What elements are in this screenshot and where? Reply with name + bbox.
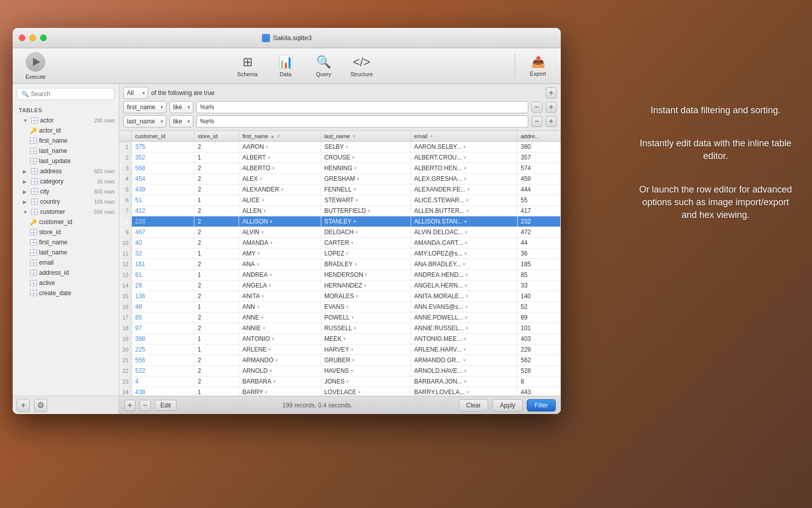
cell-email[interactable]: ALEX.GRESHA...▼ (411, 174, 518, 184)
execute-button[interactable]: Execute (18, 51, 53, 81)
apply-button[interactable]: Apply (492, 399, 523, 411)
table-row[interactable]: 10 40 2 AMANDA▼ CARTER▼ AMANDA.CART...▼ … (119, 238, 561, 248)
cell-store-id[interactable]: 1 (194, 302, 239, 312)
close-button[interactable] (19, 35, 25, 41)
cell-last-name[interactable]: GRESHAM▼ (321, 174, 411, 184)
cell-addr[interactable]: 85 (518, 270, 561, 280)
cell-first-name[interactable]: ANITA▼ (239, 291, 321, 302)
cell-addr[interactable]: 357 (518, 152, 561, 163)
cell-customer-id[interactable]: 439 (132, 184, 194, 195)
cell-last-name[interactable]: MORALES▼ (321, 291, 411, 302)
cell-customer-id[interactable]: 4 (132, 376, 194, 387)
cell-email[interactable]: ALBERTO.HEN...▼ (411, 163, 518, 174)
minimize-button[interactable] (29, 35, 36, 41)
cell-addr[interactable]: 89 (518, 312, 561, 323)
cell-email[interactable]: AARON.SELBY...▼ (411, 142, 518, 152)
cell-email[interactable]: ALICE.STEWAR...▼ (411, 195, 518, 206)
cell-email[interactable]: BARRY.LOVELA...▼ (411, 387, 518, 396)
export-button[interactable]: 📤 Export (520, 51, 556, 81)
sidebar-item-actor[interactable]: ▼ actor 200 rows (13, 115, 119, 125)
sidebar-col-create-date[interactable]: create_date (13, 288, 119, 298)
clear-button[interactable]: Clear (459, 399, 489, 411)
cell-first-name[interactable]: ANDREA▼ (239, 270, 321, 280)
cell-addr[interactable]: 33 (518, 280, 561, 291)
cell-first-name[interactable]: AMY▼ (239, 248, 321, 259)
cell-last-name[interactable]: HENDERSON▼ (321, 270, 411, 280)
cell-customer-id[interactable]: 438 (132, 387, 194, 396)
cell-email[interactable]: AMANDA.CART...▼ (411, 238, 518, 248)
cell-addr[interactable]: 528 (518, 366, 561, 376)
cell-email[interactable]: ANNE.POWELL...▼ (411, 312, 518, 323)
table-row[interactable]: 8 228 2 ALLISON▼ STANLEY▼ ALLISON.STAN..… (119, 216, 561, 227)
cell-customer-id[interactable]: 48 (132, 302, 194, 312)
th-first-name[interactable]: first_name ▲ ▼ (239, 131, 321, 142)
sidebar-col-store-id[interactable]: store_id (13, 227, 119, 237)
sidebar-col-active[interactable]: active (13, 278, 119, 288)
cell-first-name[interactable]: ALEXANDER▼ (239, 184, 321, 195)
filter-arrow-ln[interactable]: ▼ (352, 134, 356, 139)
cell-first-name[interactable]: BARBARA▼ (239, 376, 321, 387)
sidebar-col-email[interactable]: email (13, 258, 119, 268)
remove-row-button[interactable]: − (140, 400, 151, 411)
cell-last-name[interactable]: SELBY▼ (321, 142, 411, 152)
cell-last-name[interactable]: BRADLEY▼ (321, 259, 411, 270)
cell-addr[interactable]: 229 (518, 344, 561, 355)
cell-email[interactable]: ANA.BRADLEY...▼ (411, 259, 518, 270)
cell-last-name[interactable]: HERNANDEZ▼ (321, 280, 411, 291)
cell-customer-id[interactable]: 85 (132, 312, 194, 323)
cell-customer-id[interactable]: 454 (132, 174, 194, 184)
maximize-button[interactable] (40, 35, 47, 41)
settings-button[interactable]: ⚙ (34, 399, 47, 412)
table-row[interactable]: 23 4 2 BARBARA▼ JONES▼ BARBARA.JON...▼ 8 (119, 376, 561, 387)
cell-customer-id[interactable]: 352 (132, 152, 194, 163)
sidebar-item-customer[interactable]: ▼ customer 599 rows (13, 207, 119, 217)
query-tab[interactable]: 🔍 Query (304, 51, 343, 81)
sidebar-col-customer-id[interactable]: 🔑 customer_id (13, 217, 119, 227)
cell-email[interactable]: ANTONIO.MEE...▼ (411, 334, 518, 344)
cell-email[interactable]: ALLISON.STAN...▼ (411, 216, 518, 227)
add-row-button[interactable]: + (124, 400, 136, 411)
table-row[interactable]: 15 136 2 ANITA▼ MORALES▼ ANITA.MORALE...… (119, 291, 561, 302)
cell-store-id[interactable]: 2 (194, 184, 239, 195)
cell-store-id[interactable]: 2 (194, 227, 239, 238)
cell-store-id[interactable]: 2 (194, 291, 239, 302)
cell-customer-id[interactable]: 412 (132, 206, 194, 216)
cell-first-name[interactable]: ALEX▼ (239, 174, 321, 184)
filter-op-1[interactable]: like = != (170, 101, 193, 113)
table-row[interactable]: 5 439 2 ALEXANDER▼ FENNELL▼ ALEXANDER.FE… (119, 184, 561, 195)
filter-scope-select[interactable]: All Any (123, 87, 148, 99)
cell-addr[interactable]: 574 (518, 163, 561, 174)
sidebar-col-first-name-cust[interactable]: first_name (13, 237, 119, 247)
search-box[interactable]: 🔍 (17, 88, 115, 100)
cell-addr[interactable]: 443 (518, 387, 561, 396)
cell-customer-id[interactable]: 568 (132, 163, 194, 174)
cell-store-id[interactable]: 1 (194, 248, 239, 259)
table-row[interactable]: 7 412 2 ALLEN▼ BUTTERFIELD▼ ALLEN.BUTTER… (119, 206, 561, 216)
table-row[interactable]: 4 454 2 ALEX▼ GRESHAM▼ ALEX.GRESHA...▼ 4… (119, 174, 561, 184)
cell-email[interactable]: ANGELA.HERN...▼ (411, 280, 518, 291)
cell-first-name[interactable]: BARRY▼ (239, 387, 321, 396)
cell-addr[interactable]: 36 (518, 248, 561, 259)
cell-addr[interactable]: 403 (518, 334, 561, 344)
data-tab[interactable]: 📊 Data (266, 51, 304, 81)
cell-addr[interactable]: 140 (518, 291, 561, 302)
cell-store-id[interactable]: 2 (194, 163, 239, 174)
cell-customer-id[interactable]: 136 (132, 291, 194, 302)
table-row[interactable]: 20 225 1 ARLENE▼ HARVEY▼ ARLENE.HARV...▼… (119, 344, 561, 355)
cell-addr[interactable]: 55 (518, 195, 561, 206)
cell-email[interactable]: AMY.LOPEZ@s...▼ (411, 248, 518, 259)
cell-last-name[interactable]: RUSSELL▼ (321, 323, 411, 334)
table-row[interactable]: 21 556 2 ARMANDO▼ GRUBER▼ ARMANDO.GR...▼… (119, 355, 561, 366)
cell-email[interactable]: ALEXANDER.FE...▼ (411, 184, 518, 195)
cell-last-name[interactable]: EVANS▼ (321, 302, 411, 312)
filter-value-2[interactable] (196, 115, 528, 128)
filter-arrow-fn[interactable]: ▼ (277, 134, 281, 139)
cell-addr[interactable]: 562 (518, 355, 561, 366)
filter-field-1-wrap[interactable]: first_name last_name email (123, 101, 166, 113)
cell-addr[interactable]: 8 (518, 376, 561, 387)
cell-store-id[interactable]: 1 (194, 270, 239, 280)
cell-first-name[interactable]: AARON▼ (239, 142, 321, 152)
table-row[interactable]: 12 181 2 ANA▼ BRADLEY▼ ANA.BRADLEY...▼ 1… (119, 259, 561, 270)
cell-last-name[interactable]: FENNELL▼ (321, 184, 411, 195)
cell-store-id[interactable]: 1 (194, 195, 239, 206)
